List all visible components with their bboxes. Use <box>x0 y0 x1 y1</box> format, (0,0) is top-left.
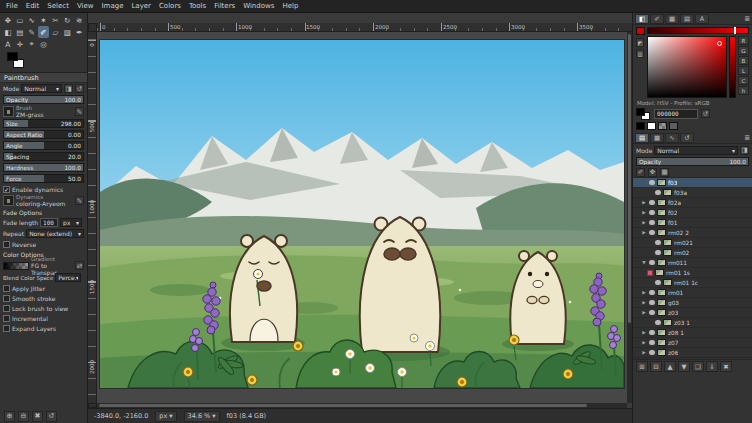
layer-mode-dropdown[interactable]: Normal ▾ <box>654 146 738 155</box>
menu-select[interactable]: Select <box>47 2 69 10</box>
gradient-reverse-icon[interactable]: ⇄ <box>75 261 84 270</box>
brush-edit-icon[interactable]: ✎ <box>75 107 84 116</box>
layer-row[interactable]: ▶ f02a <box>633 198 752 208</box>
airbrush-tool-icon[interactable]: ▨ <box>61 26 73 38</box>
history-swatch[interactable] <box>647 122 656 130</box>
rect-select-tool-icon[interactable]: ▭ <box>14 14 26 26</box>
menu-file[interactable]: File <box>6 2 18 10</box>
smooth-stroke-checkbox[interactable] <box>3 295 10 302</box>
lock-pixels-icon[interactable]: ✐ <box>636 168 645 177</box>
transform-tool-icon[interactable]: ↻ <box>61 14 73 26</box>
expander-icon[interactable]: ▶ <box>641 300 647 305</box>
channel-l-button[interactable]: L <box>738 66 749 75</box>
expander-icon[interactable]: ▼ <box>641 260 647 265</box>
duplicate-layer-button[interactable]: ❏ <box>692 361 704 372</box>
raise-layer-button[interactable]: ▲ <box>664 361 676 372</box>
channel-h-button[interactable]: h <box>738 86 749 95</box>
menu-view[interactable]: View <box>77 2 94 10</box>
delete-preset-icon[interactable]: ✖ <box>32 411 43 422</box>
move-tool-icon[interactable]: ✥ <box>2 14 14 26</box>
tab-brushes[interactable]: ✐ <box>650 14 664 24</box>
measure-tool-icon[interactable]: ⌖ <box>26 38 38 50</box>
visibility-eye-icon[interactable] <box>649 210 655 215</box>
expander-icon[interactable]: ▶ <box>641 210 647 215</box>
fade-unit-dropdown[interactable]: px ▾ <box>60 218 82 227</box>
menu-colors[interactable]: Colors <box>159 2 181 10</box>
layer-row[interactable]: ▼ rm011 <box>633 258 752 268</box>
history-swatch[interactable] <box>636 122 645 130</box>
menu-help[interactable]: Help <box>282 2 298 10</box>
tab-layers[interactable]: ▤ <box>635 133 649 143</box>
layer-row[interactable]: ▶ z08 1 <box>633 328 752 338</box>
expander-icon[interactable]: ▶ <box>641 350 647 355</box>
warp-tool-icon[interactable]: ≋ <box>73 14 85 26</box>
visibility-eye-icon[interactable] <box>655 280 661 285</box>
force-slider[interactable]: Force 50.0 <box>3 174 84 183</box>
layer-row[interactable]: ▶ g03 <box>633 298 752 308</box>
layer-row[interactable]: rm01 1s <box>633 268 752 278</box>
pencil-tool-icon[interactable]: ✎ <box>26 26 38 38</box>
hue-strip[interactable] <box>729 36 736 98</box>
blend-space-dropdown[interactable]: Perce... ▾ <box>55 273 81 282</box>
fg-bg-mini-swatches[interactable] <box>636 108 651 120</box>
lock-position-icon[interactable]: ✥ <box>648 168 657 177</box>
aspect-ratio-slider[interactable]: Aspect Ratio 0.00 <box>3 130 84 139</box>
layer-row[interactable]: ▶ z03 <box>633 308 752 318</box>
expander-icon[interactable]: ▶ <box>641 230 647 235</box>
layer-row[interactable]: rm02 <box>633 248 752 258</box>
dock-menu-icon[interactable]: ≣ <box>744 134 750 142</box>
layer-row[interactable]: ▶ f02 <box>633 208 752 218</box>
menu-filters[interactable]: Filters <box>214 2 235 10</box>
tab-channels[interactable]: ▦ <box>650 133 664 143</box>
channel-b-button[interactable]: B <box>738 56 749 65</box>
canvas-viewport[interactable] <box>97 32 627 403</box>
visibility-eye-icon[interactable] <box>655 240 661 245</box>
dynamics-thumbnail[interactable] <box>3 195 14 206</box>
expander-icon[interactable]: ▶ <box>641 200 647 205</box>
color-picker-tool-icon[interactable]: ✛ <box>14 38 26 50</box>
opacity-slider[interactable]: Opacity 100.0 <box>3 95 84 104</box>
expander-icon[interactable]: ▶ <box>641 340 647 345</box>
foreground-color-swatch[interactable] <box>636 108 645 116</box>
layer-row[interactable]: ▶ z07 <box>633 338 752 348</box>
reverse-checkbox[interactable] <box>3 241 10 248</box>
incremental-checkbox[interactable] <box>3 315 10 322</box>
size-slider[interactable]: Size 298.00 <box>3 119 84 128</box>
layer-row[interactable]: ▶ f01 <box>633 218 752 228</box>
reset-options-icon[interactable]: ↺ <box>46 411 57 422</box>
repeat-dropdown[interactable]: None (extend) ▾ <box>26 229 84 238</box>
channel-slider[interactable] <box>647 27 749 34</box>
visibility-eye-icon[interactable] <box>649 230 655 235</box>
foreground-color-swatch[interactable] <box>7 52 18 61</box>
expander-icon[interactable]: ▶ <box>641 330 647 335</box>
visibility-eye-icon[interactable] <box>649 330 655 335</box>
enable-dynamics-checkbox[interactable]: ✓ <box>3 186 10 193</box>
selector-tab-scales[interactable]: ▥ <box>636 49 644 58</box>
paint-mode-dropdown[interactable]: Normal ▾ <box>21 84 62 93</box>
expander-icon[interactable]: ▶ <box>641 290 647 295</box>
angle-slider[interactable]: Angle 0.00 <box>3 141 84 150</box>
menu-image[interactable]: Image <box>102 2 124 10</box>
selector-tab-square[interactable]: ◩ <box>636 38 644 47</box>
layer-row[interactable]: f03 <box>633 178 752 188</box>
visibility-eye-icon[interactable] <box>655 320 661 325</box>
history-swatch[interactable] <box>658 122 667 130</box>
visibility-eye-icon[interactable] <box>649 300 655 305</box>
visibility-eye-icon[interactable] <box>649 310 655 315</box>
merge-down-button[interactable]: ⇓ <box>706 361 718 372</box>
expander-icon[interactable]: ▶ <box>641 220 647 225</box>
unit-dropdown[interactable]: px ▾ <box>155 411 176 422</box>
apply-jitter-checkbox[interactable] <box>3 285 10 292</box>
visibility-eye-icon[interactable] <box>649 200 655 205</box>
menu-windows[interactable]: Windows <box>243 2 274 10</box>
restore-preset-icon[interactable]: ⊖ <box>18 411 29 422</box>
channel-c-button[interactable]: C <box>738 76 749 85</box>
layer-row[interactable]: ▶ z06 <box>633 348 752 358</box>
save-preset-icon[interactable]: ⊕ <box>4 411 15 422</box>
dynamics-edit-icon[interactable]: ✎ <box>75 196 84 205</box>
fuzzy-select-tool-icon[interactable]: ✶ <box>38 14 50 26</box>
mode-switch-icon[interactable]: ◨ <box>64 84 73 93</box>
vertical-ruler[interactable]: 0 500 1000 1500 2000 <box>88 32 97 403</box>
paintbrush-tool-icon[interactable]: ✐ <box>38 26 50 38</box>
tab-fonts[interactable]: A <box>695 14 709 24</box>
